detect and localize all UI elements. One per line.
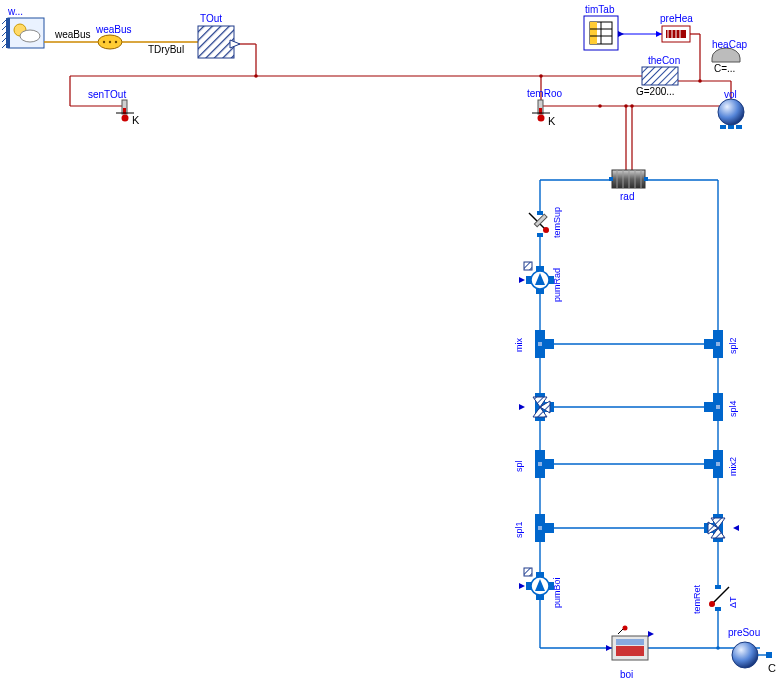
svg-rect-40 bbox=[642, 67, 678, 85]
svg-line-12 bbox=[2, 44, 6, 48]
rad-block[interactable] bbox=[609, 170, 648, 188]
rad-label: rad bbox=[620, 191, 634, 202]
svg-line-10 bbox=[2, 32, 6, 36]
svg-point-14 bbox=[103, 41, 105, 43]
svg-point-41 bbox=[718, 99, 744, 125]
prehea-label: preHea bbox=[660, 13, 693, 24]
spl4-label: spl4 bbox=[728, 400, 738, 417]
svg-rect-92 bbox=[704, 459, 718, 469]
svg-point-26 bbox=[538, 115, 545, 122]
svg-rect-83 bbox=[524, 568, 532, 576]
svg-marker-84 bbox=[519, 583, 525, 589]
thecon-label: theCon bbox=[648, 55, 680, 66]
svg-point-22 bbox=[122, 115, 129, 122]
presou-block[interactable] bbox=[732, 642, 772, 668]
junction bbox=[630, 104, 634, 108]
svg-point-108 bbox=[623, 626, 628, 631]
svg-point-6 bbox=[20, 30, 40, 42]
svg-rect-48 bbox=[609, 177, 613, 181]
svg-rect-53 bbox=[537, 211, 543, 215]
spl-tee[interactable] bbox=[535, 450, 554, 478]
mix-tee[interactable] bbox=[526, 330, 554, 358]
weabus-connector[interactable] bbox=[98, 35, 122, 49]
svg-rect-60 bbox=[524, 262, 532, 270]
port bbox=[720, 125, 726, 129]
pumrad-label: pumRad bbox=[552, 268, 562, 302]
svg-rect-29 bbox=[590, 22, 597, 44]
svg-rect-90 bbox=[716, 405, 720, 409]
spl1-tee[interactable] bbox=[535, 514, 554, 542]
temsup-sensor[interactable] bbox=[529, 211, 549, 237]
svg-marker-109 bbox=[606, 645, 612, 651]
svg-rect-54 bbox=[537, 233, 543, 237]
mix-label: mix bbox=[514, 338, 524, 352]
svg-rect-93 bbox=[716, 462, 720, 466]
k1-label: K bbox=[132, 114, 140, 126]
temsup-label: temSup bbox=[552, 207, 562, 238]
timtab-block[interactable] bbox=[584, 16, 624, 50]
valve2-block[interactable] bbox=[704, 514, 739, 542]
svg-rect-102 bbox=[715, 585, 721, 589]
junction bbox=[624, 104, 628, 108]
svg-point-101 bbox=[709, 601, 715, 607]
spl2-label: spl2 bbox=[728, 337, 738, 354]
heacap-block[interactable] bbox=[712, 48, 740, 62]
svg-rect-64 bbox=[540, 339, 554, 349]
timtab-label: timTab bbox=[585, 4, 615, 15]
mix2-label: mix2 bbox=[728, 457, 738, 476]
svg-rect-106 bbox=[616, 639, 644, 645]
spl2-tee[interactable] bbox=[704, 330, 723, 358]
tout-label: TOut bbox=[200, 13, 222, 24]
deltat-label: ΔT bbox=[728, 596, 738, 608]
svg-point-15 bbox=[109, 41, 111, 43]
svg-rect-87 bbox=[716, 342, 720, 346]
svg-marker-99 bbox=[733, 525, 739, 531]
boi-block[interactable] bbox=[606, 626, 654, 661]
svg-rect-105 bbox=[616, 646, 644, 656]
temret-label: temRet bbox=[692, 584, 702, 614]
spl-label: spl bbox=[514, 460, 524, 472]
svg-marker-72 bbox=[519, 404, 525, 410]
svg-line-9 bbox=[2, 26, 6, 30]
heacap-label: heaCap bbox=[712, 39, 747, 50]
spl1-label: spl1 bbox=[514, 521, 524, 538]
svg-marker-33 bbox=[618, 31, 624, 37]
pumboi-label: pumBoi bbox=[552, 577, 562, 608]
c-label: C bbox=[768, 662, 776, 674]
svg-line-8 bbox=[2, 20, 6, 24]
pumrad-pump[interactable] bbox=[519, 262, 554, 294]
svg-rect-75 bbox=[538, 462, 542, 466]
junction bbox=[539, 74, 543, 78]
svg-marker-61 bbox=[519, 277, 525, 283]
junction bbox=[598, 104, 602, 108]
junction bbox=[698, 79, 702, 83]
svg-rect-78 bbox=[538, 526, 542, 530]
w-label: w... bbox=[7, 6, 23, 17]
svg-rect-113 bbox=[766, 652, 772, 658]
valve1-block[interactable] bbox=[519, 393, 554, 421]
svg-point-16 bbox=[115, 41, 117, 43]
pumboi-pump[interactable] bbox=[519, 568, 554, 600]
weather-block[interactable] bbox=[2, 18, 44, 48]
vol-block[interactable] bbox=[718, 99, 744, 125]
prehea-block[interactable] bbox=[662, 26, 690, 42]
thecon-block[interactable] bbox=[642, 67, 678, 85]
sentout-label: senTOut bbox=[88, 89, 126, 100]
svg-rect-89 bbox=[704, 402, 718, 412]
temret-sensor[interactable] bbox=[709, 585, 729, 611]
thecon-val: G=200... bbox=[636, 86, 675, 97]
svg-point-52 bbox=[543, 227, 549, 233]
presou-label: preSou bbox=[728, 627, 760, 638]
svg-rect-103 bbox=[715, 607, 721, 611]
tdrybul-label: TDryBul bbox=[148, 44, 184, 55]
mix2-tee[interactable] bbox=[704, 450, 723, 478]
svg-rect-86 bbox=[704, 339, 718, 349]
svg-rect-65 bbox=[538, 342, 542, 346]
svg-line-11 bbox=[2, 38, 6, 42]
k2-label: K bbox=[548, 115, 556, 127]
spl4-tee[interactable] bbox=[704, 393, 723, 421]
tout-block[interactable] bbox=[198, 26, 240, 58]
port bbox=[728, 125, 734, 129]
temroo-label: temRoo bbox=[527, 88, 562, 99]
svg-rect-77 bbox=[540, 523, 554, 533]
